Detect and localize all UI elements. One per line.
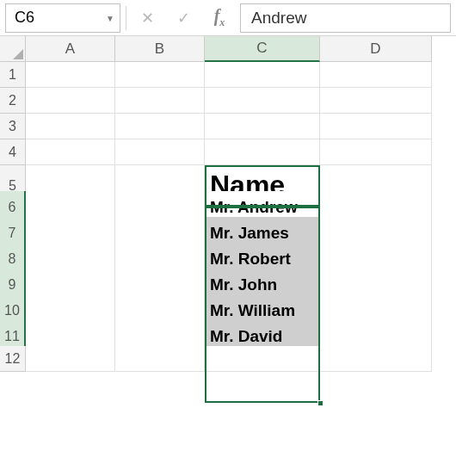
x-icon: ✕ — [141, 9, 154, 28]
col-header-B[interactable]: B — [115, 36, 205, 62]
col-header-D[interactable]: D — [320, 36, 432, 62]
cancel-button[interactable]: ✕ — [132, 3, 163, 33]
grid: A B C D 1 2 3 4 5 Name 6 — [0, 36, 456, 372]
formula-value: Andrew — [251, 9, 306, 28]
formula-bar: C6 ▼ ✕ ✓ fx Andrew — [0, 0, 456, 36]
enter-button[interactable]: ✓ — [168, 3, 199, 33]
cell-B1[interactable] — [115, 62, 205, 88]
dropdown-icon[interactable]: ▼ — [106, 13, 114, 22]
cell-B12[interactable] — [115, 346, 205, 372]
spreadsheet-area: A B C D 1 2 3 4 5 Name 6 — [0, 36, 456, 372]
row-header-12[interactable]: 12 — [0, 346, 26, 372]
col-header-A[interactable]: A — [26, 36, 115, 62]
row-header-1[interactable]: 1 — [0, 62, 26, 88]
cell-A4[interactable] — [26, 139, 115, 165]
cell-B3[interactable] — [115, 114, 205, 139]
cell-C4[interactable] — [205, 139, 320, 165]
cell-D1[interactable] — [320, 62, 432, 88]
fill-handle[interactable] — [317, 400, 324, 406]
cell-D3[interactable] — [320, 114, 432, 139]
cell-C2[interactable] — [205, 88, 320, 114]
formula-input[interactable]: Andrew — [240, 3, 451, 33]
col-header-C[interactable]: C — [205, 36, 320, 62]
cell-C3[interactable] — [205, 114, 320, 139]
select-all-corner[interactable] — [0, 36, 26, 62]
row-header-2[interactable]: 2 — [0, 88, 26, 114]
check-icon: ✓ — [177, 9, 190, 28]
fx-icon: fx — [214, 6, 225, 29]
cell-D12[interactable] — [320, 346, 432, 372]
fx-button[interactable]: fx — [204, 3, 235, 33]
cell-B4[interactable] — [115, 139, 205, 165]
name-box[interactable]: C6 ▼ — [5, 3, 120, 33]
cell-C1[interactable] — [205, 62, 320, 88]
cell-C12[interactable] — [205, 346, 320, 372]
name-box-value: C6 — [15, 9, 34, 27]
cell-D2[interactable] — [320, 88, 432, 114]
separator — [126, 6, 126, 30]
cell-A1[interactable] — [26, 62, 115, 88]
cell-D4[interactable] — [320, 139, 432, 165]
row-header-4[interactable]: 4 — [0, 139, 26, 165]
cell-A2[interactable] — [26, 88, 115, 114]
cell-A12[interactable] — [26, 346, 115, 372]
row-header-3[interactable]: 3 — [0, 114, 26, 139]
cell-A3[interactable] — [26, 114, 115, 139]
cell-B2[interactable] — [115, 88, 205, 114]
